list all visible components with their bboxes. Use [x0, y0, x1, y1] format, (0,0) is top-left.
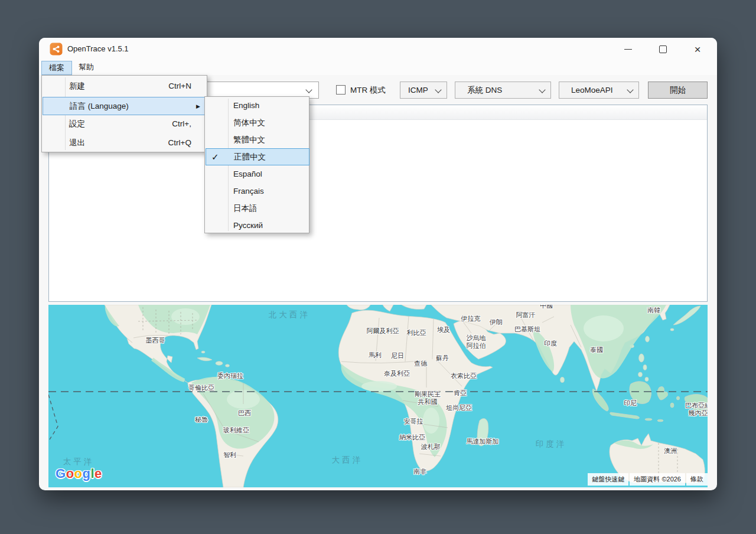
- map-country-label: 納米比亞: [399, 434, 425, 441]
- menu-item-label: 简体中文: [233, 114, 265, 131]
- menu-item-label: Español: [233, 165, 262, 183]
- lang-item-japanese[interactable]: 日本語: [205, 200, 309, 217]
- app-logo-icon: [50, 43, 63, 56]
- menu-item-label: 語言 (Language): [70, 97, 129, 115]
- checkmark-icon: ✓: [211, 152, 219, 162]
- map-country-label: 伊拉克: [461, 315, 481, 323]
- map-country-label: 阿爾及利亞: [367, 327, 399, 335]
- desktop: OpenTrace v1.5.1 × 檔案 幫助 MTR 模式 ICMP 系統 …: [0, 0, 756, 534]
- map-country-label: 馬利: [369, 351, 382, 359]
- map-country-label: 衣索比亞: [451, 372, 477, 380]
- lang-item-russian[interactable]: Русский: [205, 217, 309, 234]
- map-country-label: 埃及: [437, 326, 450, 334]
- menu-item-shortcut: Ctrl+,: [172, 114, 191, 134]
- lang-item-spanish[interactable]: Español: [205, 165, 309, 183]
- map-country-label: 智利: [223, 451, 236, 459]
- api-value: LeoMoeAPI: [571, 82, 613, 98]
- map-ocean-label: 大西洋: [332, 455, 363, 465]
- chevron-down-icon: [435, 86, 441, 93]
- map-country-label: 澳洲: [664, 447, 677, 455]
- lang-item-simplified-chinese[interactable]: 简体中文: [205, 114, 309, 131]
- map-attribution-item[interactable]: 鍵盤快速鍵: [588, 473, 628, 486]
- map-country-label: 坦尚尼亞: [446, 404, 472, 412]
- map-country-label: 剛果民主 共和國: [415, 390, 441, 406]
- protocol-value: ICMP: [408, 82, 428, 98]
- menu-item-label: English: [233, 97, 259, 114]
- menu-item-label: Français: [233, 183, 264, 200]
- menu-item-exit[interactable]: 退出 Ctrl+Q: [42, 133, 207, 152]
- protocol-dropdown[interactable]: ICMP: [400, 82, 447, 99]
- map-country-label: 墨西哥: [146, 337, 165, 344]
- menu-item-settings[interactable]: 設定 Ctrl+,: [42, 114, 207, 134]
- menu-help[interactable]: 幫助: [71, 61, 101, 74]
- language-submenu-popup: English 简体中文 繁體中文 ✓ 正體中文 Español Françai…: [204, 96, 309, 233]
- minimize-icon: [624, 49, 632, 50]
- chevron-down-icon: [539, 86, 545, 93]
- window-title: OpenTrace v1.5.1: [67, 38, 129, 60]
- lang-item-french[interactable]: Français: [205, 183, 309, 200]
- maximize-button[interactable]: [649, 38, 676, 60]
- lang-item-english[interactable]: English: [205, 97, 309, 114]
- map-attribution-item: 地圖資料 ©2026: [630, 473, 685, 486]
- map-attribution-item[interactable]: 條款: [686, 473, 708, 486]
- map-country-label: 南韓: [647, 307, 660, 314]
- titlebar[interactable]: OpenTrace v1.5.1 ×: [39, 38, 717, 60]
- menu-item-language[interactable]: 語言 (Language) ▶: [43, 97, 206, 115]
- map-country-label: 蘇丹: [436, 354, 449, 362]
- menu-item-label: 設定: [69, 114, 85, 134]
- google-logo-letter: g: [83, 466, 91, 481]
- dns-dropdown[interactable]: 系統 DNS: [455, 82, 551, 99]
- map-country-label: 肯亞: [454, 389, 467, 397]
- file-menu-popup: 新建 Ctrl+N 語言 (Language) ▶ 設定 Ctrl+, 退出 C…: [41, 75, 207, 152]
- world-map[interactable]: 北大西洋太平洋大西洋印度洋 墨西哥委內瑞拉哥倫比亞秘魯巴西玻利維亞智利阿爾及利亞…: [48, 305, 708, 487]
- map-country-label: 沙烏地 阿拉伯: [467, 334, 486, 350]
- map-country-label: 利比亞: [407, 329, 426, 337]
- mtr-mode-label: MTR 模式: [350, 82, 386, 99]
- map-country-label: 查德: [414, 360, 427, 367]
- map-country-label: 印度: [544, 340, 557, 347]
- map-country-label: 尼日: [391, 352, 404, 360]
- map-country-label: 委內瑞拉: [217, 372, 243, 380]
- app-window: OpenTrace v1.5.1 × 檔案 幫助 MTR 模式 ICMP 系統 …: [39, 38, 717, 490]
- menu-item-shortcut: Ctrl+N: [168, 76, 191, 96]
- chevron-down-icon: [305, 86, 312, 93]
- map-country-label: 巴基斯坦: [514, 325, 540, 333]
- map-country-label: 安哥拉: [404, 418, 423, 425]
- api-dropdown[interactable]: LeoMoeAPI: [559, 82, 639, 99]
- map-country-label: 泰國: [590, 346, 603, 354]
- map-country-label: 伊朗: [490, 318, 503, 326]
- mtr-mode-checkbox[interactable]: [336, 85, 346, 95]
- close-icon: ×: [694, 44, 700, 55]
- menu-item-label: 正體中文: [234, 149, 266, 166]
- lang-item-traditional-chinese[interactable]: 繁體中文: [205, 131, 309, 148]
- google-logo-letter: e: [94, 466, 102, 481]
- map-country-label: 玻利維亞: [223, 426, 249, 434]
- menu-file[interactable]: 檔案: [41, 61, 72, 75]
- map-ocean-label: 印度洋: [536, 439, 567, 450]
- menu-item-label: 日本語: [233, 200, 258, 217]
- close-button[interactable]: ×: [684, 38, 711, 60]
- menu-item-label: 繁體中文: [233, 131, 265, 148]
- map-country-label: 哥倫比亞: [188, 384, 214, 392]
- map-country-label: 中國: [540, 305, 553, 310]
- map-country-label: 印尼: [624, 399, 637, 407]
- dns-value: 系統 DNS: [467, 82, 502, 98]
- map-country-label: 秘魯: [195, 416, 208, 424]
- map-ocean-label: 北大西洋: [269, 310, 310, 320]
- chevron-down-icon: [627, 86, 633, 93]
- maximize-icon: [659, 45, 667, 53]
- minimize-button[interactable]: [614, 38, 641, 60]
- menu-item-new[interactable]: 新建 Ctrl+N: [42, 76, 207, 96]
- map-country-label: 馬達加斯加: [467, 438, 499, 445]
- google-logo[interactable]: Google: [56, 466, 102, 481]
- google-logo-letter: o: [66, 466, 74, 481]
- menu-item-label: Русский: [233, 217, 263, 234]
- menu-item-label: 新建: [69, 76, 85, 96]
- lang-item-orthodox-chinese-selected[interactable]: ✓ 正體中文: [206, 148, 309, 165]
- start-button[interactable]: 開始: [648, 82, 708, 99]
- google-logo-letter: o: [74, 466, 83, 481]
- map-country-label: 阿富汗: [516, 311, 536, 319]
- menu-item-label: 退出: [69, 133, 85, 152]
- menu-item-shortcut: Ctrl+Q: [168, 133, 191, 152]
- map-country-label: 奈及利亞: [384, 370, 410, 377]
